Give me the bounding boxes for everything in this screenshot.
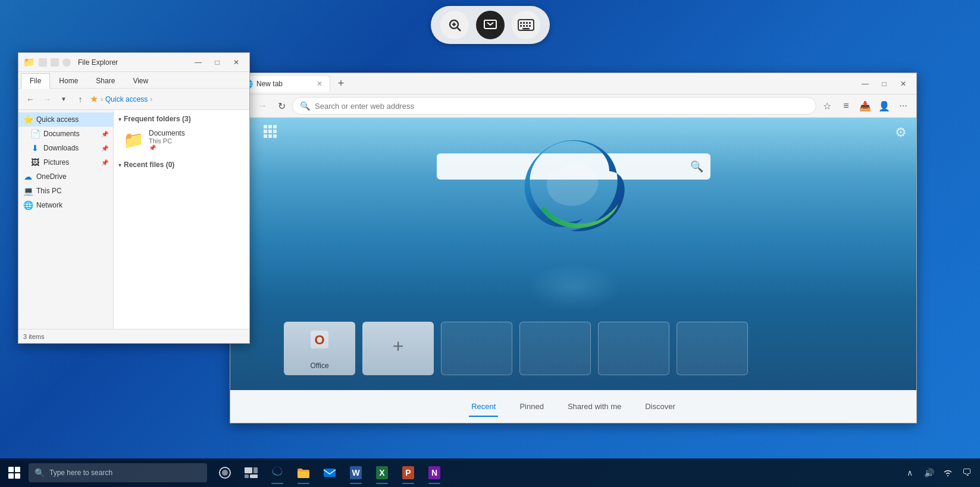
browser-titlebar: 🌐 New tab ✕ + — □ ✕ [230,73,916,95]
svg-point-31 [222,470,228,476]
taskbar-network[interactable] [940,464,956,481]
maximize-button[interactable]: □ [209,56,226,69]
sidebar-item-onedrive[interactable]: ☁ OneDrive [18,169,113,184]
taskbar-search-icon: 🔍 [35,468,45,477]
taskbar-edge[interactable] [264,460,290,486]
recent-toggle: ▾ [118,162,121,168]
svg-rect-28 [8,473,14,479]
recent-button[interactable]: ▼ [57,92,71,106]
taskbar-notification[interactable]: 🗨 [959,464,975,481]
sidebar-item-quick-access[interactable]: ⭐ Quick access [18,112,113,127]
add-icon: + [393,335,404,357]
new-tab-search-button[interactable]: 🔍 [690,160,703,173]
bottom-tab-discover[interactable]: Discover [643,397,678,417]
taskbar-search[interactable]: 🔍 [29,463,207,482]
taskbar-cortana[interactable] [212,460,238,486]
address-bar[interactable]: 🔍 [292,97,816,115]
svg-rect-20 [273,130,277,133]
browser-close[interactable]: ✕ [895,77,912,90]
browser-forward[interactable]: → [254,98,271,114]
bottom-tab-shared[interactable]: Shared with me [565,397,624,417]
titlebar-left: 📁 File Explorer [23,56,118,68]
tab-file[interactable]: File [21,73,50,89]
taskbar-mail[interactable] [317,460,343,486]
taskbar-file-explorer[interactable] [290,460,317,486]
keyboard-button[interactable] [512,11,540,39]
breadcrumb: ★ › Quick access › [90,93,245,105]
taskbar-search-input[interactable] [49,469,201,477]
svg-rect-32 [245,467,252,473]
sidebar-label-this-pc: This PC [36,187,62,195]
remote-button[interactable] [476,11,505,39]
folder-documents-icon: 📁 [123,130,144,150]
taskbar-onenote[interactable]: N [421,460,447,486]
zoom-button[interactable] [440,11,469,39]
svg-rect-23 [273,134,277,138]
taskbar-volume[interactable]: 🔊 [920,464,937,481]
browser-maximize[interactable]: □ [876,77,893,90]
bottom-tab-recent[interactable]: Recent [469,397,498,417]
new-tab-button[interactable]: + [333,76,349,92]
svg-rect-27 [15,467,20,472]
browser-settings-button[interactable]: ≡ [838,98,854,114]
tab-close-button[interactable]: ✕ [317,80,323,88]
taskbar-right: ∧ 🔊 🗨 [901,464,980,481]
svg-rect-21 [264,134,267,138]
taskbar-powerpoint[interactable]: P [395,460,421,486]
svg-line-1 [457,28,461,32]
collections-button[interactable]: 📥 [857,98,873,114]
svg-rect-34 [245,475,249,478]
forward-button[interactable]: → [40,92,54,106]
svg-rect-14 [522,28,530,30]
sidebar-item-documents[interactable]: 📄 Documents 📌 [18,127,113,141]
address-input[interactable] [315,102,809,111]
bottom-tab-pinned[interactable]: Pinned [517,397,546,417]
empty-tile-3 [598,322,669,375]
statusbar-text: 3 items [23,333,44,340]
tab-share[interactable]: Share [87,73,124,88]
browser-minimize[interactable]: — [857,77,873,90]
svg-rect-9 [529,22,531,24]
office-tile[interactable]: O Office [284,322,355,375]
tab-view[interactable]: View [124,73,157,88]
browser-refresh[interactable]: ↻ [273,98,290,114]
more-button[interactable]: ··· [895,98,912,114]
sidebar-item-this-pc[interactable]: 💻 This PC [18,184,113,198]
sidebar-item-network[interactable]: 🌐 Network [18,198,113,212]
svg-rect-29 [15,473,20,479]
svg-rect-16 [268,125,272,128]
browser-apps-grid[interactable] [264,125,277,141]
close-button[interactable]: ✕ [228,56,245,69]
browser-bottom-tabs: Recent Pinned Shared with me Discover [230,390,916,423]
recent-files-header[interactable]: ▾ Recent files (0) [118,161,245,169]
svg-rect-33 [253,467,258,473]
frequent-folders-label: Frequent folders (3) [124,115,191,123]
recent-files-label: Recent files (0) [124,161,174,169]
tab-home[interactable]: Home [50,73,87,88]
pictures-pin: 📌 [101,159,108,166]
explorer-content: ▾ Frequent folders (3) 📁 Documents This … [114,110,249,329]
statusbar: 3 items [18,329,249,343]
browser-controls: ← → ↻ 🔍 ☆ ≡ 📥 👤 ··· [230,95,916,118]
back-button[interactable]: ← [23,92,37,106]
add-tile[interactable]: + [362,322,434,375]
start-button[interactable] [0,460,29,486]
breadcrumb-quick-access[interactable]: Quick access [105,95,148,103]
frequent-folders-header[interactable]: ▾ Frequent folders (3) [118,115,245,123]
sidebar-label-network: Network [36,201,62,209]
favorites-button[interactable]: ☆ [819,98,835,114]
profile-button[interactable]: 👤 [876,98,893,114]
explorer-body: ⭐ Quick access 📄 Documents 📌 ⬇ Downloads… [18,110,249,329]
folder-documents[interactable]: 📁 Documents This PC 📌 [118,127,245,153]
sidebar-item-pictures[interactable]: 🖼 Pictures 📌 [18,155,113,169]
taskbar-show-hidden[interactable]: ∧ [901,464,918,481]
up-button[interactable]: ↑ [73,92,87,106]
sidebar-item-downloads[interactable]: ⬇ Downloads 📌 [18,141,113,155]
svg-rect-7 [523,22,525,24]
taskbar-excel[interactable]: X [369,460,395,486]
taskbar-word[interactable]: W [343,460,369,486]
new-tab-settings[interactable]: ⚙ [895,125,907,140]
minimize-button[interactable]: — [190,56,206,69]
taskbar-task-view[interactable] [238,460,264,486]
browser-window: 🌐 New tab ✕ + — □ ✕ ← → ↻ 🔍 ☆ ≡ 📥 👤 ··· [230,73,917,423]
